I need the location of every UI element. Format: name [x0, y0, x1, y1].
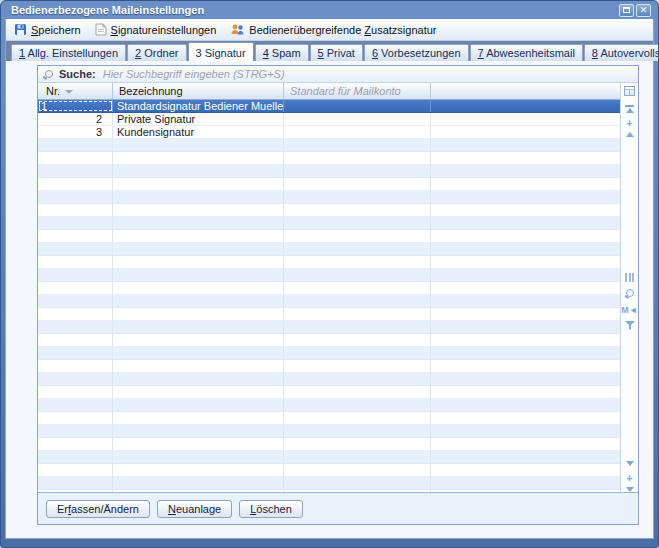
scroll-top-icon[interactable] — [621, 105, 638, 113]
empty-cell — [431, 204, 620, 216]
empty-row[interactable] — [38, 334, 620, 347]
cell-bezeichnung[interactable]: Standardsignatur Bediener Mueller — [113, 100, 284, 112]
cell-rest[interactable] — [431, 100, 620, 112]
grid-body: 1 Standardsignatur Bediener Mueller 2 Pr… — [38, 100, 620, 492]
tab-spam[interactable]: 4 Spam — [255, 44, 309, 61]
table-row[interactable]: 2 Private Signatur — [38, 113, 620, 126]
cell-nr[interactable]: 3 — [38, 126, 113, 138]
restore-button[interactable] — [619, 4, 634, 17]
empty-cell — [113, 243, 284, 255]
empty-row[interactable] — [38, 477, 620, 490]
empty-row[interactable] — [38, 308, 620, 321]
save-button[interactable]: Speichern — [14, 23, 81, 36]
empty-row[interactable] — [38, 451, 620, 464]
empty-cell — [113, 334, 284, 346]
empty-row[interactable] — [38, 256, 620, 269]
empty-row[interactable] — [38, 412, 620, 425]
cell-nr[interactable]: 1 — [38, 100, 113, 112]
empty-row[interactable] — [38, 282, 620, 295]
cell-standard[interactable] — [284, 113, 431, 125]
column-header-standard-mailkonto[interactable]: Standard für Mailkonto — [284, 83, 431, 99]
search-input[interactable] — [101, 67, 633, 81]
mark-record-icon[interactable]: M◄ — [621, 306, 638, 315]
column-chooser-icon[interactable] — [621, 86, 638, 96]
empty-cell — [431, 451, 620, 463]
empty-cell — [431, 464, 620, 476]
empty-row[interactable] — [38, 230, 620, 243]
empty-cell — [431, 334, 620, 346]
tab-ordner[interactable]: 2 Ordner — [127, 44, 186, 61]
empty-row[interactable] — [38, 373, 620, 386]
empty-row[interactable] — [38, 399, 620, 412]
empty-cell — [284, 399, 431, 411]
tab-abwesenheitsmail[interactable]: 7 Abwesenheitsmail — [470, 44, 583, 61]
empty-cell — [431, 256, 620, 268]
empty-row[interactable] — [38, 321, 620, 334]
empty-row[interactable] — [38, 243, 620, 256]
tab-allg-einstellungen[interactable]: 1 Allg. Einstellungen — [11, 44, 126, 61]
empty-cell — [284, 386, 431, 398]
cell-standard[interactable] — [284, 100, 431, 112]
empty-cell — [284, 438, 431, 450]
empty-row[interactable] — [38, 165, 620, 178]
empty-row[interactable] — [38, 360, 620, 373]
cell-standard[interactable] — [284, 126, 431, 138]
titlebar[interactable]: Bedienerbezogene Maileinstellungen ✕ — [5, 1, 654, 19]
table-row-selected[interactable]: 1 Standardsignatur Bediener Mueller — [38, 100, 620, 113]
restore-icon — [623, 7, 630, 13]
loeschen-button[interactable]: Löschen — [239, 500, 303, 518]
close-button[interactable]: ✕ — [636, 4, 651, 17]
search-record-icon[interactable] — [621, 289, 638, 299]
tab-strip: 1 Allg. Einstellungen 2 Ordner 3 Signatu… — [6, 41, 653, 61]
columns-icon[interactable] — [621, 273, 638, 282]
filter-icon[interactable] — [621, 321, 638, 330]
cell-rest[interactable] — [431, 113, 620, 125]
empty-cell — [431, 178, 620, 190]
empty-cell — [38, 204, 113, 216]
cell-bezeichnung[interactable]: Private Signatur — [113, 113, 284, 125]
empty-row[interactable] — [38, 438, 620, 451]
cell-rest[interactable] — [431, 126, 620, 138]
scroll-bottom-icon[interactable] — [621, 487, 638, 492]
sort-icon — [65, 90, 73, 94]
empty-row[interactable] — [38, 204, 620, 217]
empty-row[interactable] — [38, 347, 620, 360]
cell-nr[interactable]: 2 — [38, 113, 113, 125]
tab-privat[interactable]: 5 Privat — [310, 44, 363, 61]
empty-row[interactable] — [38, 178, 620, 191]
empty-row[interactable] — [38, 464, 620, 477]
global-signature-button[interactable]: Bedienerübergreifende Zusatzsignatur — [230, 23, 436, 36]
empty-cell — [38, 139, 113, 151]
signature-settings-button[interactable]: Signatureinstellungen — [95, 23, 217, 36]
column-header-empty[interactable] — [431, 83, 620, 99]
empty-cell — [38, 334, 113, 346]
empty-row[interactable] — [38, 269, 620, 282]
append-row-icon[interactable]: + — [621, 474, 638, 483]
empty-cell — [38, 230, 113, 242]
empty-row[interactable] — [38, 217, 620, 230]
column-header-nr[interactable]: Nr. — [38, 83, 113, 99]
next-row-icon[interactable] — [621, 461, 638, 466]
column-header-bezeichnung[interactable]: Bezeichnung — [113, 83, 284, 99]
cell-bezeichnung[interactable]: Kundensignatur — [113, 126, 284, 138]
empty-cell — [284, 165, 431, 177]
toolbar: Speichern Signatureinstellungen Bediener… — [6, 19, 653, 41]
empty-row[interactable] — [38, 425, 620, 438]
empty-cell — [284, 477, 431, 489]
empty-row[interactable] — [38, 191, 620, 204]
tab-signatur[interactable]: 3 Signatur — [188, 42, 254, 61]
table-row[interactable]: 3 Kundensignatur — [38, 126, 620, 139]
erfassen-aendern-button[interactable]: Erfassen/Ändern — [46, 500, 150, 518]
empty-cell — [431, 386, 620, 398]
empty-row[interactable] — [38, 386, 620, 399]
insert-row-icon[interactable]: + — [621, 119, 638, 128]
empty-row[interactable] — [38, 139, 620, 152]
empty-row[interactable] — [38, 152, 620, 165]
neuanlage-button[interactable]: Neuanlage — [157, 500, 232, 518]
save-label: Speichern — [31, 24, 81, 36]
empty-row[interactable] — [38, 295, 620, 308]
tab-vorbesetzungen[interactable]: 6 Vorbesetzungen — [364, 44, 469, 61]
tab-autovervollstaendigung[interactable]: 8 Autovervollständigung — [584, 44, 659, 61]
empty-cell — [113, 347, 284, 359]
previous-row-icon[interactable] — [621, 132, 638, 137]
